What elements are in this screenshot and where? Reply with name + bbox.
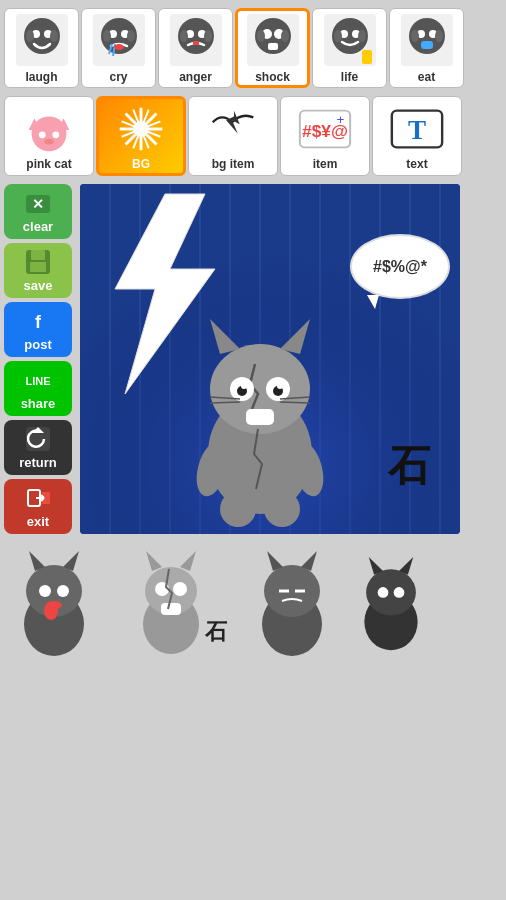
- svg-point-5: [50, 30, 58, 42]
- svg-point-46: [39, 131, 46, 138]
- exit-button[interactable]: exit: [4, 479, 72, 534]
- clear-label: clear: [23, 219, 53, 234]
- bg-icon: [111, 102, 171, 157]
- return-button[interactable]: return: [4, 420, 72, 475]
- main-area: ✕ clear save f post LINE: [0, 180, 506, 538]
- bg-item-icon: [203, 102, 263, 157]
- svg-point-14: [114, 44, 124, 50]
- speech-text: #$%@*: [373, 258, 427, 276]
- option-bg[interactable]: BG: [96, 96, 186, 176]
- svg-point-135: [378, 587, 389, 598]
- svg-marker-120: [146, 551, 162, 571]
- svg-point-108: [220, 491, 256, 527]
- svg-text:LINE: LINE: [25, 375, 50, 387]
- sticker-4-icon: [351, 549, 431, 659]
- shock-label: shock: [255, 70, 290, 84]
- laugh-icon: [14, 13, 69, 68]
- svg-point-40: [411, 30, 419, 42]
- post-label: post: [24, 337, 51, 352]
- save-icon: [24, 248, 52, 276]
- svg-point-20: [204, 30, 212, 42]
- svg-point-27: [257, 30, 265, 42]
- svg-point-109: [264, 491, 300, 527]
- svg-point-132: [366, 569, 416, 615]
- svg-point-11: [127, 30, 135, 42]
- eat-icon: [399, 13, 454, 68]
- anger-icon: [168, 13, 223, 68]
- life-icon: [322, 13, 377, 68]
- svg-marker-93: [210, 319, 240, 354]
- sticker-cry-cat[interactable]: [4, 546, 104, 661]
- item-icon: #$¥@ +: [295, 102, 355, 157]
- exit-label: exit: [27, 514, 49, 529]
- svg-text:+: +: [337, 112, 345, 127]
- sticker-3-icon: [247, 549, 337, 659]
- svg-point-114: [39, 585, 51, 597]
- option-bg-item[interactable]: bg item: [188, 96, 278, 176]
- svg-rect-101: [246, 409, 274, 425]
- kanji-overlay: 石: [388, 438, 430, 494]
- share-label: share: [21, 396, 56, 411]
- kanji-text: 石: [388, 443, 430, 489]
- emotion-laugh[interactable]: laugh: [4, 8, 79, 88]
- svg-point-33: [334, 30, 342, 42]
- save-button[interactable]: save: [4, 243, 72, 298]
- laugh-label: laugh: [26, 70, 58, 84]
- post-icon: f: [24, 307, 52, 335]
- svg-point-99: [241, 383, 247, 389]
- sticker-shock-cat[interactable]: 石: [108, 546, 233, 661]
- cat-character: [170, 309, 350, 529]
- options-bar: pink cat BG: [0, 92, 506, 180]
- svg-point-34: [358, 30, 366, 42]
- emotion-life[interactable]: life: [312, 8, 387, 88]
- svg-rect-42: [421, 41, 433, 49]
- svg-point-28: [281, 30, 289, 42]
- save-label: save: [24, 278, 53, 293]
- svg-point-123: [173, 582, 187, 596]
- option-pink-cat[interactable]: pink cat: [4, 96, 94, 176]
- return-icon: [24, 425, 52, 453]
- sticker-sad-cat[interactable]: [237, 546, 347, 661]
- sticker-2-icon: [126, 549, 216, 659]
- svg-point-43: [32, 116, 67, 151]
- clear-icon: ✕: [24, 189, 52, 217]
- sticker-dark-cat[interactable]: [351, 546, 431, 661]
- svg-marker-121: [180, 551, 196, 571]
- canvas-preview[interactable]: #$%@*: [80, 184, 460, 534]
- bg-label: BG: [132, 157, 150, 171]
- exit-icon: [24, 484, 52, 512]
- text-icon: T: [387, 102, 447, 157]
- life-label: life: [341, 70, 358, 84]
- clear-button[interactable]: ✕ clear: [4, 184, 72, 239]
- shock-icon: [245, 13, 300, 68]
- svg-point-57: [133, 121, 148, 136]
- option-text[interactable]: T text: [372, 96, 462, 176]
- svg-point-126: [264, 565, 320, 617]
- share-button[interactable]: LINE share: [4, 361, 72, 416]
- option-item[interactable]: #$¥@ + item: [280, 96, 370, 176]
- sticker-2-kanji: 石: [205, 617, 227, 647]
- svg-point-115: [57, 585, 69, 597]
- pink-cat-icon: [19, 102, 79, 157]
- cry-icon: [91, 13, 146, 68]
- item-label: item: [313, 157, 338, 171]
- svg-line-103: [210, 402, 240, 403]
- bg-item-label: bg item: [212, 157, 255, 171]
- eat-label: eat: [418, 70, 435, 84]
- text-label: text: [406, 157, 427, 171]
- emotion-cry[interactable]: cry: [81, 8, 156, 88]
- emotion-eat[interactable]: eat: [389, 8, 464, 88]
- post-button[interactable]: f post: [4, 302, 72, 357]
- share-icon: LINE: [24, 366, 52, 394]
- svg-text:✕: ✕: [32, 196, 44, 212]
- emotion-anger[interactable]: anger: [158, 8, 233, 88]
- emotion-shock[interactable]: shock: [235, 8, 310, 88]
- svg-marker-94: [280, 319, 310, 354]
- speech-bubble: #$%@*: [350, 234, 450, 299]
- svg-text:f: f: [35, 312, 42, 332]
- pink-cat-label: pink cat: [26, 157, 71, 171]
- svg-rect-35: [362, 50, 372, 64]
- svg-point-41: [435, 30, 443, 42]
- svg-point-48: [44, 138, 54, 144]
- svg-rect-124: [161, 603, 181, 615]
